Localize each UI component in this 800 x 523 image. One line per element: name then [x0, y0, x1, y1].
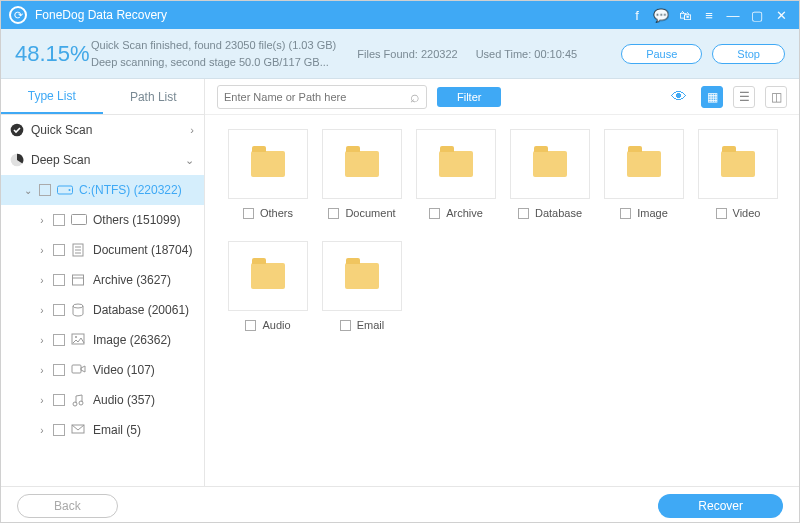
checkbox[interactable]	[243, 208, 254, 219]
grid-item-audio[interactable]: Audio	[223, 241, 313, 349]
folder-icon	[721, 151, 755, 177]
maximize-icon[interactable]: ▢	[745, 1, 769, 29]
filter-button[interactable]: Filter	[437, 87, 501, 107]
grid-item-document[interactable]: Document	[317, 129, 407, 237]
grid-item-email[interactable]: Email	[317, 241, 407, 349]
svg-rect-9	[73, 275, 84, 285]
svg-rect-14	[72, 365, 81, 373]
checkbox[interactable]	[245, 320, 256, 331]
video-icon	[71, 363, 87, 377]
recover-button[interactable]: Recover	[658, 494, 783, 518]
checkbox[interactable]	[53, 424, 65, 436]
chevron-down-icon: ⌄	[185, 154, 194, 167]
checkbox[interactable]	[53, 214, 65, 226]
grid-item-database[interactable]: Database	[505, 129, 595, 237]
close-icon[interactable]: ✕	[769, 1, 793, 29]
tab-path-list[interactable]: Path List	[103, 79, 205, 114]
tree-drive-c[interactable]: ⌄ C:(NTFS) (220322)	[1, 175, 204, 205]
status-line-2: Deep scanning, second stage 50.0 GB/117 …	[91, 54, 357, 71]
app-logo-icon: ⟳	[9, 6, 27, 24]
chevron-right-icon: ›	[190, 124, 194, 136]
folder-icon	[439, 151, 473, 177]
pause-button[interactable]: Pause	[621, 44, 702, 64]
tree-item-video[interactable]: › Video (107)	[1, 355, 204, 385]
search-input[interactable]	[224, 91, 410, 103]
folder-icon	[627, 151, 661, 177]
tab-type-list[interactable]: Type List	[1, 79, 103, 114]
tree-item-database[interactable]: › Database (20061)	[1, 295, 204, 325]
svg-rect-4	[72, 215, 87, 225]
status-messages: Quick Scan finished, found 23050 file(s)…	[81, 37, 357, 70]
chevron-right-icon: ›	[37, 215, 47, 226]
footer: Back Recover	[1, 486, 799, 523]
archive-icon	[71, 273, 87, 287]
chevron-right-icon: ›	[37, 305, 47, 316]
feedback-icon[interactable]: 💬	[649, 1, 673, 29]
svg-point-15	[73, 402, 77, 406]
preview-eye-icon[interactable]: 👁	[667, 88, 691, 106]
drive-icon	[57, 183, 73, 197]
checkbox[interactable]	[340, 320, 351, 331]
facebook-icon[interactable]: f	[625, 1, 649, 29]
folder-thumb	[228, 129, 308, 199]
checkbox[interactable]	[620, 208, 631, 219]
svg-point-13	[75, 336, 77, 338]
checkbox[interactable]	[328, 208, 339, 219]
stop-button[interactable]: Stop	[712, 44, 785, 64]
grid-item-label: Audio	[262, 319, 290, 331]
folder-icon	[251, 263, 285, 289]
tree-item-audio[interactable]: › Audio (357)	[1, 385, 204, 415]
tree-quick-scan[interactable]: Quick Scan ›	[1, 115, 204, 145]
folder-thumb	[604, 129, 684, 199]
minimize-icon[interactable]: —	[721, 1, 745, 29]
back-button[interactable]: Back	[17, 494, 118, 518]
chevron-right-icon: ›	[37, 275, 47, 286]
folder-thumb	[322, 129, 402, 199]
grid-item-label: Document	[345, 207, 395, 219]
status-line-1: Quick Scan finished, found 23050 file(s)…	[91, 37, 357, 54]
checkbox[interactable]	[39, 184, 51, 196]
folder-icon	[251, 151, 285, 177]
grid-item-archive[interactable]: Archive	[411, 129, 501, 237]
view-detail-icon[interactable]: ◫	[765, 86, 787, 108]
view-list-icon[interactable]: ☰	[733, 86, 755, 108]
search-input-wrap[interactable]: ⌕	[217, 85, 427, 109]
shop-icon[interactable]: 🛍	[673, 1, 697, 29]
checkbox[interactable]	[53, 274, 65, 286]
view-grid-icon[interactable]: ▦	[701, 86, 723, 108]
grid-item-image[interactable]: Image	[599, 129, 689, 237]
tree-item-email[interactable]: › Email (5)	[1, 415, 204, 445]
folder-thumb	[228, 241, 308, 311]
svg-point-11	[73, 304, 83, 308]
folder-icon	[345, 263, 379, 289]
grid-item-video[interactable]: Video	[693, 129, 783, 237]
grid-item-others[interactable]: Others	[223, 129, 313, 237]
folder-thumb	[416, 129, 496, 199]
progress-percent: 48.15%	[15, 41, 81, 67]
checkbox[interactable]	[518, 208, 529, 219]
image-icon	[71, 333, 87, 347]
checkbox[interactable]	[53, 334, 65, 346]
tree-deep-scan[interactable]: Deep Scan ⌄	[1, 145, 204, 175]
check-circle-icon	[9, 122, 25, 138]
checkbox[interactable]	[53, 364, 65, 376]
menu-icon[interactable]: ≡	[697, 1, 721, 29]
folder-icon	[71, 213, 87, 227]
checkbox[interactable]	[53, 394, 65, 406]
chevron-down-icon: ⌄	[23, 185, 33, 196]
file-grid: Others Document Archive Database Image V…	[205, 115, 799, 486]
toolbar: ⌕ Filter 👁 ▦ ☰ ◫	[205, 79, 799, 115]
files-found: Files Found: 220322	[357, 48, 457, 60]
checkbox[interactable]	[716, 208, 727, 219]
tree-item-others[interactable]: › Others (151099)	[1, 205, 204, 235]
search-icon: ⌕	[410, 88, 420, 106]
checkbox[interactable]	[429, 208, 440, 219]
tree-item-image[interactable]: › Image (26362)	[1, 325, 204, 355]
checkbox[interactable]	[53, 304, 65, 316]
tree-item-archive[interactable]: › Archive (3627)	[1, 265, 204, 295]
tree-item-document[interactable]: › Document (18704)	[1, 235, 204, 265]
grid-item-label: Image	[637, 207, 668, 219]
checkbox[interactable]	[53, 244, 65, 256]
folder-thumb	[322, 241, 402, 311]
folder-icon	[533, 151, 567, 177]
